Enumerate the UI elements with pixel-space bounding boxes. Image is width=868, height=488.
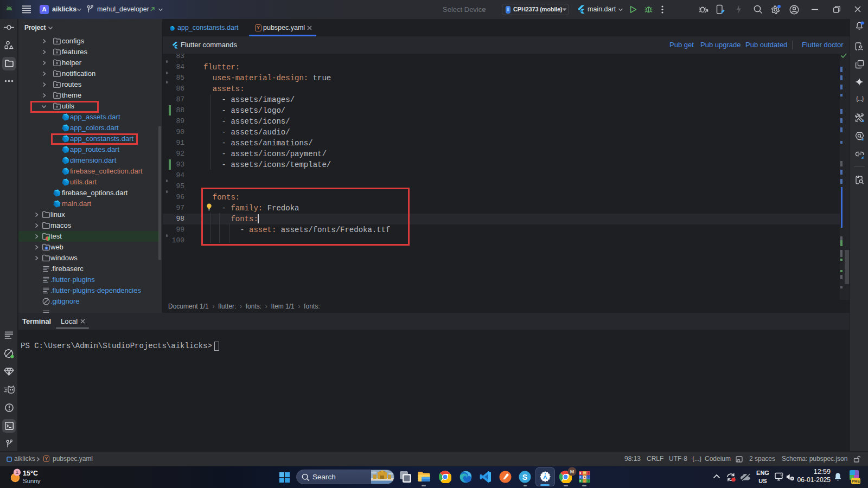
svg-text:1: 1 [16, 469, 19, 475]
svg-text:S: S [522, 473, 527, 481]
svg-text:PRE: PRE [852, 479, 860, 484]
svg-text:M: M [570, 469, 575, 474]
